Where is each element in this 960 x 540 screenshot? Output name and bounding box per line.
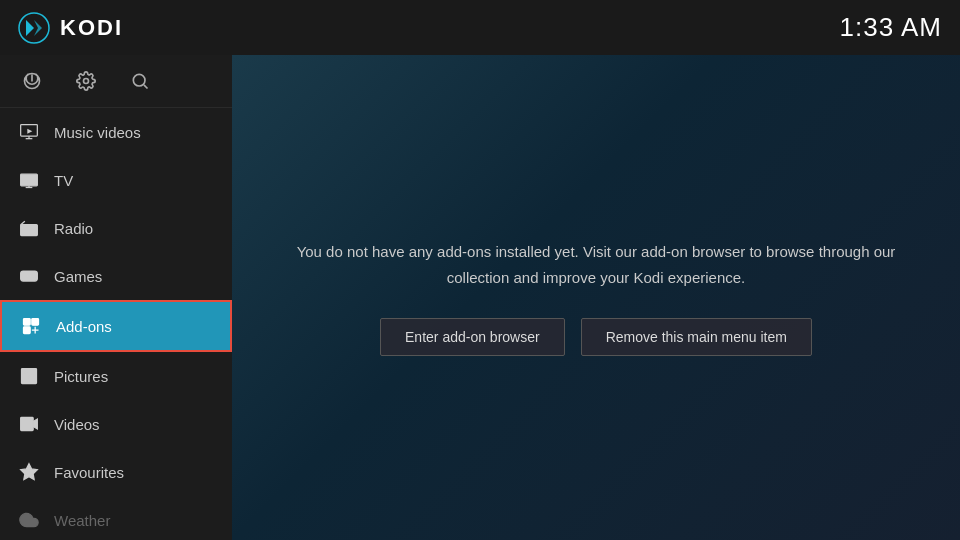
svg-rect-24	[24, 327, 31, 334]
sidebar-item-label: Music videos	[54, 124, 141, 141]
sidebar-item-radio[interactable]: Radio	[0, 204, 232, 252]
sidebar-item-add-ons[interactable]: Add-ons	[0, 300, 232, 352]
sidebar-item-tv[interactable]: TV	[0, 156, 232, 204]
sidebar-item-label: TV	[54, 172, 73, 189]
settings-icon[interactable]	[72, 67, 100, 95]
sidebar-item-pictures[interactable]: Pictures	[0, 352, 232, 400]
sidebar-item-label: Favourites	[54, 464, 124, 481]
sidebar-item-weather[interactable]: Weather	[0, 496, 232, 540]
kodi-logo-icon	[18, 12, 50, 44]
sidebar-item-favourites[interactable]: Favourites	[0, 448, 232, 496]
sidebar-item-label: Pictures	[54, 368, 108, 385]
remove-menu-item-button[interactable]: Remove this main menu item	[581, 318, 812, 356]
svg-rect-10	[21, 174, 38, 186]
svg-rect-22	[24, 319, 31, 326]
enter-addon-browser-button[interactable]: Enter add-on browser	[380, 318, 565, 356]
sidebar-item-label: Weather	[54, 512, 110, 529]
sidebar-icon-row	[0, 55, 232, 108]
logo-area: KODI	[18, 12, 123, 44]
sidebar-item-label: Games	[54, 268, 102, 285]
svg-rect-27	[21, 417, 34, 430]
sidebar-item-label: Add-ons	[56, 318, 112, 335]
weather-icon	[18, 509, 40, 531]
svg-point-26	[25, 372, 27, 375]
nav-items: Music videos TV Radio G	[0, 108, 232, 540]
clock-display: 1:33 AM	[840, 12, 942, 43]
svg-marker-7	[27, 129, 32, 134]
videos-icon	[18, 413, 40, 435]
search-icon[interactable]	[126, 67, 154, 95]
app-title: KODI	[60, 15, 123, 41]
info-message: You do not have any add-ons installed ye…	[276, 239, 916, 290]
sidebar-item-videos[interactable]: Videos	[0, 400, 232, 448]
pictures-icon	[18, 365, 40, 387]
addons-icon	[20, 315, 42, 337]
music-videos-icon	[18, 121, 40, 143]
top-bar: KODI 1:33 AM	[0, 0, 960, 55]
svg-line-5	[144, 85, 148, 89]
svg-marker-2	[34, 20, 42, 36]
content-area: You do not have any add-ons installed ye…	[232, 55, 960, 540]
power-icon[interactable]	[18, 67, 46, 95]
svg-point-14	[30, 228, 34, 232]
svg-rect-23	[32, 319, 39, 326]
svg-point-3	[84, 79, 89, 84]
button-row: Enter add-on browser Remove this main me…	[276, 318, 916, 356]
svg-marker-1	[26, 20, 34, 36]
svg-point-4	[133, 74, 145, 86]
games-icon	[18, 265, 40, 287]
radio-icon	[18, 217, 40, 239]
sidebar: Music videos TV Radio G	[0, 55, 232, 540]
sidebar-item-label: Radio	[54, 220, 93, 237]
sidebar-item-games[interactable]: Games	[0, 252, 232, 300]
svg-point-20	[33, 275, 34, 276]
content-inner: You do not have any add-ons installed ye…	[256, 219, 936, 376]
main-layout: Music videos TV Radio G	[0, 55, 960, 540]
svg-marker-28	[33, 419, 37, 429]
svg-point-21	[34, 276, 35, 277]
tv-icon	[18, 169, 40, 191]
sidebar-item-label: Videos	[54, 416, 100, 433]
favourites-icon	[18, 461, 40, 483]
svg-marker-29	[21, 464, 38, 480]
sidebar-item-music-videos[interactable]: Music videos	[0, 108, 232, 156]
